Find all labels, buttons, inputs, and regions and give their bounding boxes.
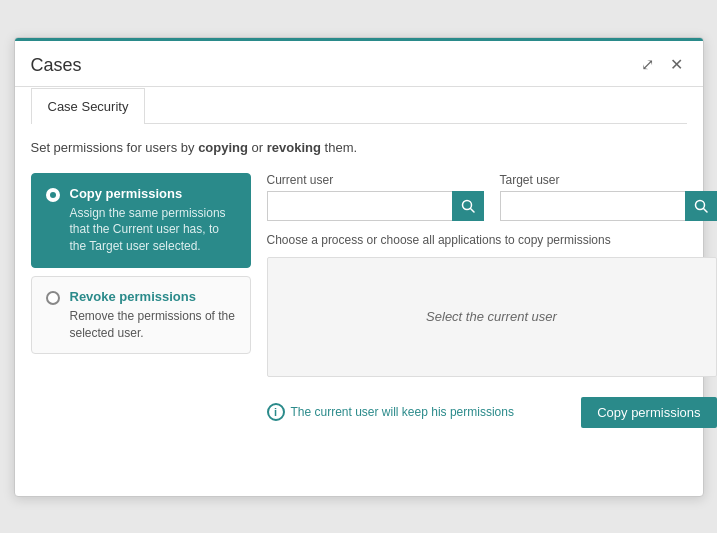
current-user-field: Current user [267,173,484,221]
target-user-input-row [500,191,717,221]
copy-permissions-button[interactable]: Copy permissions [581,397,716,428]
target-user-field: Target user [500,173,717,221]
dialog-title: Cases [31,55,82,76]
copy-radio [46,188,60,202]
dialog-body: Case Security Set permissions for users … [15,87,703,496]
expand-icon: ⤢ [641,56,654,73]
close-button[interactable]: ✕ [666,55,687,75]
info-text: Set permissions for users by copying or … [31,140,687,155]
info-note: i The current user will keep his permiss… [267,403,514,421]
header-icons: ⤢ ✕ [637,55,687,75]
footer-bar: i The current user will keep his permiss… [267,389,717,428]
process-label: Choose a process or choose all applicati… [267,233,717,247]
copy-option-title: Copy permissions [70,186,236,201]
target-user-label: Target user [500,173,717,187]
svg-line-3 [703,208,707,212]
search-icon [694,199,708,213]
target-user-search-button[interactable] [685,191,717,221]
revoke-option-title: Revoke permissions [70,289,236,304]
select-area: Select the current user [267,257,717,377]
right-panel: Current user Target use [267,173,717,428]
content-area: Copy permissions Assign the same permiss… [31,173,687,428]
current-user-input-row [267,191,484,221]
current-user-input[interactable] [267,191,452,221]
tab-bar: Case Security [31,87,687,124]
target-user-input[interactable] [500,191,685,221]
cases-dialog: Cases ⤢ ✕ Case Security Set permissions … [14,37,704,497]
copy-option-content: Copy permissions Assign the same permiss… [70,186,236,255]
revoke-permissions-option[interactable]: Revoke permissions Remove the permission… [31,276,251,355]
tab-case-security[interactable]: Case Security [31,88,146,124]
options-panel: Copy permissions Assign the same permiss… [31,173,251,428]
revoke-option-desc: Remove the permissions of the selected u… [70,308,236,342]
close-icon: ✕ [670,56,683,73]
current-user-label: Current user [267,173,484,187]
info-circle-icon: i [267,403,285,421]
dialog-header: Cases ⤢ ✕ [15,41,703,87]
copy-permissions-option[interactable]: Copy permissions Assign the same permiss… [31,173,251,268]
user-fields: Current user Target use [267,173,717,221]
revoke-radio [46,291,60,305]
select-area-text: Select the current user [426,309,557,324]
search-icon [461,199,475,213]
current-user-search-button[interactable] [452,191,484,221]
info-note-text: The current user will keep his permissio… [291,405,514,419]
revoke-option-content: Revoke permissions Remove the permission… [70,289,236,342]
svg-line-1 [470,208,474,212]
copy-option-desc: Assign the same permissions that the Cur… [70,205,236,255]
expand-button[interactable]: ⤢ [637,55,658,75]
